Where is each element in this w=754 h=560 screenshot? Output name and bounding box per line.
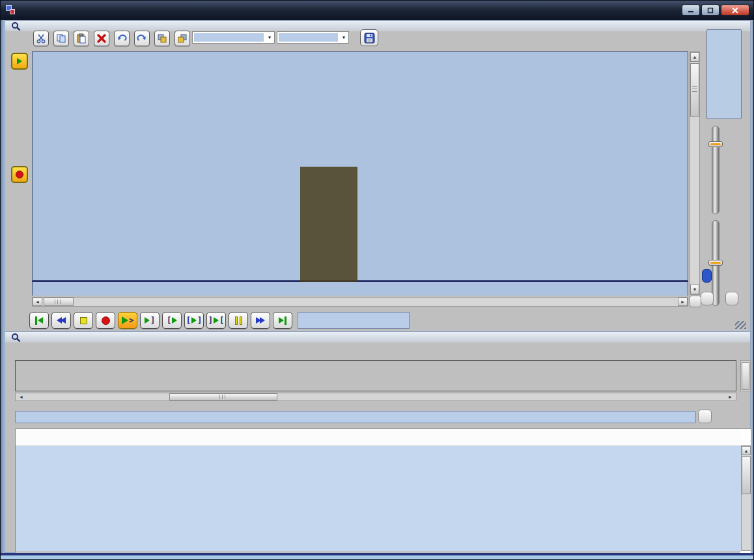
scroll-left-icon[interactable]: ◄ [33, 298, 42, 306]
table-scroll-thumb[interactable] [742, 456, 751, 494]
database-panel-header [5, 332, 750, 343]
stop-button[interactable] [74, 312, 93, 329]
restore-button[interactable] [701, 5, 719, 16]
redo-button[interactable] [134, 31, 150, 46]
editor-v-scrollbar[interactable]: ▲ ▼ [690, 51, 700, 295]
undo-button[interactable] [114, 31, 130, 46]
editor-toolbar [33, 31, 190, 46]
copy-icon [56, 33, 66, 44]
play-icon [17, 58, 22, 64]
window-edge-left [1, 20, 5, 554]
cut-button[interactable] [33, 31, 49, 46]
app-icon [6, 5, 16, 15]
category-grid-overflow [736, 360, 740, 391]
restore-icon [707, 7, 714, 14]
play-range-button[interactable]: [] [184, 312, 204, 329]
transport-controls: > ] [ [] ][ [29, 312, 292, 329]
chevron-down-icon[interactable]: ▼ [265, 35, 274, 40]
category-scroll-thumb[interactable] [742, 362, 749, 390]
paste-button[interactable] [74, 31, 89, 46]
pause-button[interactable] [229, 312, 248, 329]
save-floppy-icon [364, 33, 375, 44]
search-input[interactable] [15, 411, 696, 423]
waveform-selection-layer [32, 51, 688, 281]
gain-pct-slider-thumb[interactable] [708, 260, 723, 266]
v-scroll-thumb[interactable] [690, 63, 699, 117]
gain-db-slider[interactable] [712, 126, 719, 214]
delete-button[interactable] [94, 31, 109, 46]
app-window: ▼ ▼ ◄ ► ▲ ▼ > ] [ [] ][ [0, 0, 754, 560]
track1-play-button[interactable] [11, 53, 28, 70]
magnifier-icon [11, 333, 21, 343]
timeline-ruler[interactable] [32, 281, 688, 296]
play-from-start-button[interactable]: [ [162, 312, 182, 329]
editor-panel-header [5, 21, 750, 31]
window-edge-right [751, 20, 754, 554]
combobox-1-value [194, 33, 264, 42]
scroll-left-icon[interactable]: ◄ [17, 393, 25, 400]
redo-icon [137, 33, 147, 44]
gain-db-slider-thumb[interactable] [708, 141, 723, 147]
rewind-button[interactable] [51, 312, 71, 329]
results-table [15, 428, 752, 556]
mixer-left-button[interactable] [701, 292, 714, 305]
send-backward-button[interactable] [154, 31, 170, 46]
category-v-scrollbar[interactable] [740, 360, 751, 391]
table-v-scrollbar[interactable]: ▲ [741, 445, 751, 551]
chevron-down-icon[interactable]: ▼ [339, 35, 348, 40]
bring-forward-button[interactable] [175, 31, 190, 46]
table-body [16, 446, 741, 552]
play-to-end-button[interactable]: ] [140, 312, 160, 329]
editor-h-scrollbar[interactable]: ◄ ► [32, 297, 688, 307]
track2-record-button[interactable] [11, 166, 28, 183]
save-button[interactable] [360, 29, 378, 46]
editor-combobox-1[interactable]: ▼ [192, 31, 275, 44]
record-button[interactable] [96, 312, 115, 329]
close-icon [732, 7, 738, 14]
undo-icon [117, 33, 127, 44]
more-button[interactable] [698, 410, 712, 423]
vu-meter [706, 29, 742, 119]
minimize-icon [688, 7, 694, 13]
layers-front-icon [177, 33, 188, 44]
scissors-icon [36, 33, 46, 44]
paste-icon [76, 33, 87, 44]
resize-grip[interactable] [735, 321, 746, 329]
editor-combobox-2[interactable]: ▼ [277, 31, 349, 44]
minimize-button[interactable] [682, 5, 700, 16]
delete-x-icon [96, 33, 107, 44]
skip-end-button[interactable] [273, 312, 292, 329]
fast-forward-button[interactable] [251, 312, 270, 329]
title-bar[interactable] [1, 1, 754, 20]
scroll-down-icon[interactable]: ▼ [690, 285, 699, 294]
category-h-scrollbar[interactable]: ◄ ► [15, 393, 736, 401]
mixer-right-button[interactable] [725, 292, 738, 305]
table-header [16, 429, 741, 446]
layers-back-icon [157, 33, 167, 44]
scroll-up-icon[interactable]: ▲ [690, 52, 699, 62]
channel-badge-icon [702, 269, 712, 283]
scroll-right-icon[interactable]: ► [678, 298, 688, 306]
h-scroll-thumb[interactable] [44, 298, 74, 306]
skip-start-button[interactable] [29, 312, 49, 329]
scroll-right-icon[interactable]: ► [726, 393, 734, 400]
copy-button[interactable] [53, 31, 69, 46]
close-button[interactable] [721, 5, 749, 16]
time-display [298, 312, 410, 329]
combobox-2-value [279, 33, 338, 42]
magnifier-icon [11, 21, 21, 31]
record-icon [16, 171, 23, 178]
category-grid [15, 360, 736, 391]
page-2-button[interactable] [690, 296, 701, 307]
window-edge-bottom [1, 555, 754, 560]
scroll-up-icon[interactable]: ▲ [742, 446, 751, 455]
play-button[interactable]: > [118, 312, 137, 329]
category-scroll-thumb[interactable] [169, 393, 277, 400]
play-outside-range-button[interactable]: ][ [206, 312, 226, 329]
